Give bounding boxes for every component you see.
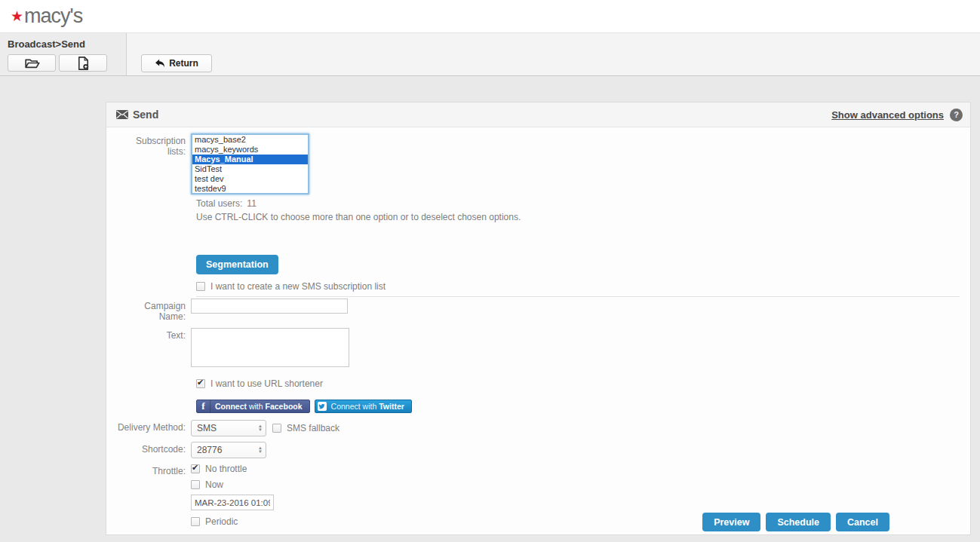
send-form: Subscription lists: macys_base2 macys_ke… — [106, 127, 970, 527]
total-users: Total users:11 — [196, 198, 960, 209]
campaign-name-label: Campaign Name: — [117, 299, 191, 322]
delivery-method-select[interactable]: SMS — [191, 420, 266, 436]
no-throttle-checkbox[interactable] — [191, 464, 200, 473]
list-option[interactable]: Tester — [192, 194, 308, 194]
show-advanced-options-link[interactable]: Show advanced options — [831, 109, 944, 121]
list-option-selected[interactable]: Macys_Manual — [192, 155, 308, 164]
tw-network-text: Twitter — [379, 402, 404, 411]
now-checkbox[interactable] — [191, 480, 200, 489]
sms-fallback-checkbox[interactable] — [272, 424, 281, 433]
return-button[interactable]: Return — [141, 54, 212, 72]
segmentation-button[interactable]: Segmentation — [196, 255, 278, 274]
text-label: Text: — [117, 328, 191, 367]
return-arrow-icon — [155, 59, 165, 68]
select-stepper-icon — [258, 424, 263, 432]
periodic-row: Periodic — [191, 516, 274, 527]
return-button-label: Return — [169, 58, 198, 69]
app-header: ★ macy's — [0, 0, 980, 33]
throttle-label: Throttle: — [117, 464, 191, 527]
shortcode-select[interactable]: 28776 — [191, 442, 266, 458]
cancel-button[interactable]: Cancel — [836, 513, 889, 531]
breadcrumb: Broadcast>Send — [8, 38, 126, 50]
total-users-label: Total users: — [196, 198, 242, 209]
fb-with-text: with — [249, 402, 263, 411]
url-shortener-checkbox[interactable] — [196, 379, 205, 388]
new-sms-list-row: I want to create a new SMS subscription … — [196, 281, 960, 292]
new-file-icon — [78, 57, 89, 70]
now-label: Now — [205, 479, 223, 490]
subscription-lists-label: Subscription lists: — [117, 133, 191, 194]
url-shortener-row: I want to use URL shortener — [196, 378, 960, 389]
now-row: Now — [191, 479, 274, 490]
twitter-icon — [318, 402, 327, 411]
connect-facebook-button[interactable]: f Connect with Facebook — [196, 400, 310, 413]
campaign-name-input[interactable] — [191, 299, 348, 314]
fb-connect-text: Connect — [215, 402, 247, 411]
connect-twitter-button[interactable]: Connect with Twitter — [315, 400, 412, 413]
list-option[interactable]: testdev9 — [192, 184, 308, 194]
list-option[interactable]: macys_base2 — [192, 135, 308, 145]
form-divider — [196, 296, 960, 297]
help-icon[interactable]: ? — [950, 109, 963, 121]
macys-logo-text: macy's — [24, 6, 82, 26]
toolbar: Broadcast>Send — [0, 33, 980, 76]
folder-icon — [24, 57, 40, 69]
periodic-label: Periodic — [205, 516, 238, 527]
envelope-icon — [116, 110, 128, 119]
subscription-lists-listbox[interactable]: macys_base2 macys_keywords Macys_Manual … — [191, 133, 309, 194]
new-sms-list-label: I want to create a new SMS subscription … — [210, 281, 386, 292]
shortcode-value: 28776 — [197, 445, 222, 455]
macys-star-icon: ★ — [11, 9, 23, 23]
preview-button[interactable]: Preview — [702, 513, 760, 531]
list-option[interactable]: test dev — [192, 174, 308, 184]
text-textarea[interactable] — [191, 328, 349, 367]
toolbar-left-section: Broadcast>Send — [0, 33, 127, 75]
send-panel-header: Send Show advanced options ? — [106, 103, 970, 127]
list-option[interactable]: macys_keywords — [192, 145, 308, 155]
macys-logo[interactable]: ★ macy's — [11, 6, 82, 26]
new-sms-list-checkbox[interactable] — [196, 282, 205, 291]
select-stepper-icon — [258, 446, 263, 454]
list-option[interactable]: SidTest — [192, 164, 308, 174]
social-connect-row: f Connect with Facebook Connect with Twi… — [196, 400, 960, 413]
tw-with-text: with — [363, 402, 377, 411]
fb-network-text: Facebook — [266, 402, 303, 411]
no-throttle-row: No throttle — [191, 464, 274, 474]
new-file-button[interactable] — [59, 54, 107, 72]
shortcode-label: Shortcode: — [117, 442, 191, 458]
sms-fallback-label: SMS fallback — [287, 423, 339, 433]
total-users-value: 11 — [247, 198, 256, 209]
schedule-datetime-input[interactable] — [191, 495, 274, 510]
delivery-method-label: Delivery Method: — [117, 420, 191, 436]
sms-fallback-row: SMS fallback — [272, 420, 339, 436]
open-folder-button[interactable] — [8, 54, 56, 72]
panel-title: Send — [133, 109, 158, 121]
periodic-checkbox[interactable] — [191, 517, 200, 526]
delivery-method-value: SMS — [197, 423, 217, 433]
toolbar-right-section: Return — [127, 33, 980, 75]
no-throttle-label: No throttle — [205, 464, 247, 474]
schedule-button[interactable]: Schedule — [766, 513, 831, 531]
facebook-icon: f — [197, 400, 210, 412]
send-panel: Send Show advanced options ? Subscriptio… — [106, 102, 971, 535]
action-buttons: Preview Schedule Cancel — [702, 513, 889, 531]
tw-connect-text: Connect — [331, 402, 361, 411]
ctrl-click-hint: Use CTRL-CLICK to choose more than one o… — [196, 212, 960, 222]
url-shortener-label: I want to use URL shortener — [210, 378, 323, 389]
